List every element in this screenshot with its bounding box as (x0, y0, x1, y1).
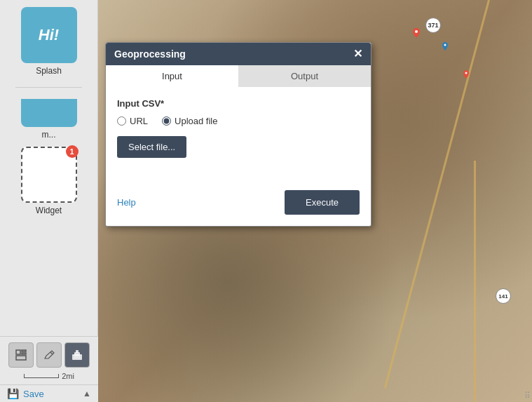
modal-overlay: Geoprocessing ✕ Input Output Input CSV* … (98, 0, 532, 402)
scale-bar: 2mi (0, 370, 98, 384)
modal-tabs: Input Output (106, 65, 371, 87)
modal-header: Geoprocessing ✕ (106, 43, 371, 65)
widget-label: Widget (36, 206, 62, 215)
widget-badge: 1 (66, 145, 79, 158)
save-bar[interactable]: 💾 Save ▲ (0, 384, 98, 402)
radio-upload-label: Upload file (175, 116, 217, 126)
sidebar: Hi! Splash m... 1 Widget (0, 0, 98, 402)
radio-upload[interactable]: Upload file (162, 116, 217, 126)
save-icon: 💾 (7, 388, 19, 399)
partial-top-card[interactable] (21, 99, 77, 127)
splash-label: Splash (36, 66, 62, 76)
partial-top-widget: m... (7, 99, 90, 140)
modal-title: Geoprocessing (114, 48, 186, 60)
modal-close-button[interactable]: ✕ (353, 48, 362, 60)
expand-arrow-icon: ▲ (83, 389, 91, 398)
scale-line (24, 374, 59, 378)
layout-tool-button[interactable] (8, 342, 34, 368)
edit-tool-button[interactable] (36, 342, 62, 368)
svg-rect-0 (16, 350, 20, 354)
svg-rect-3 (16, 356, 26, 360)
tab-input[interactable]: Input (106, 65, 238, 87)
save-label: Save (23, 389, 44, 399)
splash-widget-text: Hi! (39, 26, 59, 44)
tab-output[interactable]: Output (238, 65, 371, 87)
geoprocessing-modal: Geoprocessing ✕ Input Output Input CSV* … (105, 42, 371, 227)
svg-rect-6 (76, 350, 79, 353)
modal-body: Input CSV* URL Upload file Select file..… (106, 87, 371, 183)
splash-widget-group: Hi! Splash (21, 7, 77, 76)
svg-rect-2 (22, 353, 26, 354)
modal-footer: Help Execute (106, 183, 371, 226)
svg-rect-1 (22, 350, 26, 351)
select-file-button[interactable]: Select file... (117, 136, 186, 158)
map-area[interactable]: 371 141 ⠿ (98, 0, 532, 402)
radio-group: URL Upload file (117, 116, 360, 126)
widget-group: 1 Widget (21, 147, 77, 215)
execute-button[interactable]: Execute (285, 190, 360, 215)
partial-top-label: m... (42, 130, 56, 140)
sidebar-footer: 2mi 💾 Save ▲ (0, 336, 98, 402)
sidebar-divider (15, 87, 82, 88)
radio-upload-input[interactable] (162, 116, 171, 126)
widget-card[interactable]: 1 (21, 147, 77, 203)
splash-widget[interactable]: Hi! (21, 7, 77, 63)
sidebar-widgets: Hi! Splash m... 1 Widget (0, 7, 97, 215)
field-label: Input CSV* (117, 98, 360, 109)
scale-label: 2mi (62, 372, 74, 380)
toolbar-row (0, 337, 98, 370)
radio-url-label: URL (130, 116, 148, 126)
help-link[interactable]: Help (117, 197, 136, 208)
radio-url-input[interactable] (117, 116, 126, 126)
radio-url[interactable]: URL (117, 116, 148, 126)
tools-button[interactable] (64, 342, 90, 368)
